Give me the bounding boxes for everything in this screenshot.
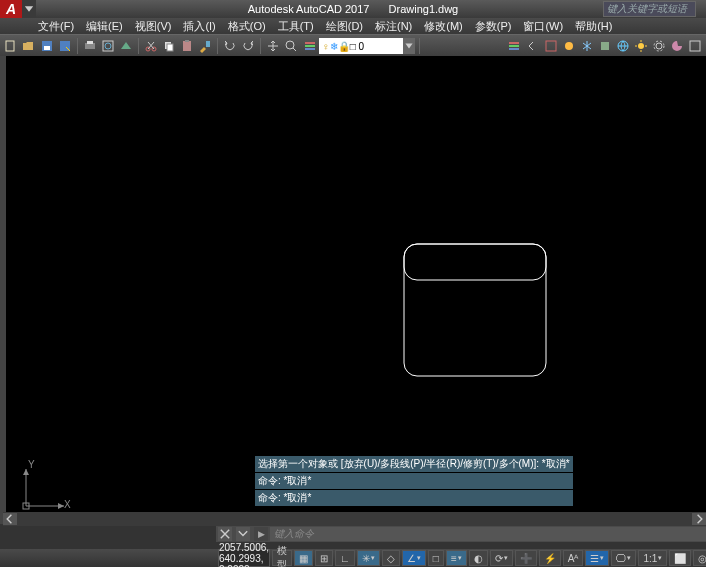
menu-window[interactable]: 窗口(W) [517,18,569,35]
status-snap-button[interactable]: ⊞ [315,550,333,566]
drawing-geometry [6,56,706,524]
menu-help[interactable]: 帮助(H) [569,18,618,35]
ucs-icon: X Y [16,461,71,518]
fullscreen-button[interactable] [687,37,703,55]
copy-button[interactable] [161,37,177,55]
paste-button[interactable] [179,37,195,55]
transparency-icon: ◐ [474,553,483,564]
match-button[interactable] [197,37,213,55]
svg-rect-14 [206,41,210,47]
freeze-button[interactable] [579,37,595,55]
layer-props-button[interactable] [301,37,319,55]
svg-rect-12 [183,41,191,51]
ortho-icon: ∟ [340,553,350,564]
status-units-button[interactable]: 1:1▾ [638,550,667,566]
status-annotation-button[interactable]: Aᴬ [563,550,584,566]
menu-file[interactable]: 文件(F) [32,18,80,35]
svg-rect-11 [167,44,173,51]
zoom-button[interactable] [283,37,299,55]
title-bar: A Autodesk AutoCAD 2017 Drawing1.dwg 键入关… [0,0,706,18]
status-clean-button[interactable]: ⬜ [669,550,691,566]
menu-modify[interactable]: 修改(M) [418,18,469,35]
app-menu-arrow[interactable] [22,0,36,18]
model-space-button[interactable]: 模型 [272,550,292,566]
coordinates-display[interactable]: 2057.5006, 640.2993, 0.0000 [218,549,270,567]
menu-insert[interactable]: 插入(I) [177,18,221,35]
svg-point-7 [105,43,111,49]
layer-iso-button[interactable] [543,37,559,55]
status-quick-button[interactable]: ⚡ [539,550,561,566]
grid-icon: ▦ [299,553,308,564]
annotation-icon: Aᴬ [568,553,579,564]
otrack-icon: ∠ [407,553,416,564]
drawing-canvas[interactable]: X Y [6,56,706,524]
svg-rect-16 [305,42,315,44]
clean-icon: ⬜ [674,553,686,564]
quick-icon: ⚡ [544,553,556,564]
status-isoplane-button[interactable]: ◇ [382,550,400,566]
block-button[interactable] [597,37,613,55]
saveas-button[interactable] [57,37,73,55]
h-scrollbar[interactable] [3,512,706,526]
command-close-button[interactable] [218,527,232,541]
status-transparency-button[interactable]: ◐ [469,550,488,566]
menu-parametric[interactable]: 参数(P) [469,18,518,35]
sun-button[interactable] [633,37,649,55]
status-polar-button[interactable]: ✳▾ [357,550,380,566]
lineweight-icon: ≡ [451,553,457,564]
status-monitor-button[interactable]: 🖵▾ [611,550,636,566]
scroll-track[interactable] [17,513,692,525]
command-history: 选择第一个对象或 [放弃(U)/多段线(P)/半径(R)/修剪(T)/多个(M)… [255,456,573,507]
command-options-button[interactable] [236,527,250,541]
menu-format[interactable]: 格式(O) [222,18,272,35]
scroll-right-button[interactable] [692,513,706,525]
scroll-left-button[interactable] [3,513,17,525]
new-button[interactable] [3,37,19,55]
undo-button[interactable] [222,37,238,55]
cog-button[interactable] [651,37,667,55]
layer-state-button[interactable] [506,37,522,55]
chevron-down-icon: ▾ [600,554,604,562]
publish-button[interactable] [118,37,134,55]
palette-button[interactable] [669,37,685,55]
help-search-input[interactable]: 键入关键字或短语 [603,1,696,17]
svg-rect-18 [305,48,315,50]
layer-selector[interactable]: ♀ ❄ 🔒 □ 0 [301,37,415,55]
status-ortho-button[interactable]: ∟ [335,550,355,566]
menu-tools[interactable]: 工具(T) [272,18,320,35]
command-input[interactable]: 键入命令 [270,527,706,541]
menu-draw[interactable]: 绘图(D) [320,18,369,35]
document-name: Drawing1.dwg [389,3,459,15]
command-history-line: 选择第一个对象或 [放弃(U)/多段线(P)/半径(R)/修剪(T)/多个(M)… [255,456,573,472]
layer-display[interactable]: ♀ ❄ 🔒 □ 0 [319,38,403,54]
menu-view[interactable]: 视图(V) [129,18,178,35]
layer-prev-button[interactable] [524,37,540,55]
status-lineweight-button[interactable]: ≡▾ [446,550,467,566]
app-logo[interactable]: A [0,0,22,18]
pan-button[interactable] [265,37,281,55]
chevron-down-icon: ▾ [504,554,508,562]
svg-rect-17 [305,45,315,47]
status-dyn-button[interactable]: ➕ [515,550,537,566]
svg-rect-5 [87,41,93,44]
menu-edit[interactable]: 编辑(E) [80,18,129,35]
plot-button[interactable] [82,37,98,55]
osnap-icon: □ [433,553,439,564]
globe-button[interactable] [615,37,631,55]
status-isolate-button[interactable]: ◎ [693,550,706,566]
menu-dimension[interactable]: 标注(N) [369,18,418,35]
status-otrack-button[interactable]: ∠▾ [402,550,426,566]
svg-point-26 [638,43,644,49]
status-cycling-button[interactable]: ⟳▾ [490,550,513,566]
status-grid-button[interactable]: ▦ [294,550,313,566]
layer-dropdown-arrow[interactable] [403,38,415,54]
redo-button[interactable] [240,37,256,55]
cut-button[interactable] [143,37,159,55]
plot-preview-button[interactable] [100,37,116,55]
svg-rect-20 [509,45,519,47]
save-button[interactable] [39,37,55,55]
status-osnap-button[interactable]: □ [428,550,444,566]
layer-off-button[interactable] [561,37,577,55]
open-button[interactable] [21,37,37,55]
status-workspace-button[interactable]: ☰▾ [585,550,609,566]
